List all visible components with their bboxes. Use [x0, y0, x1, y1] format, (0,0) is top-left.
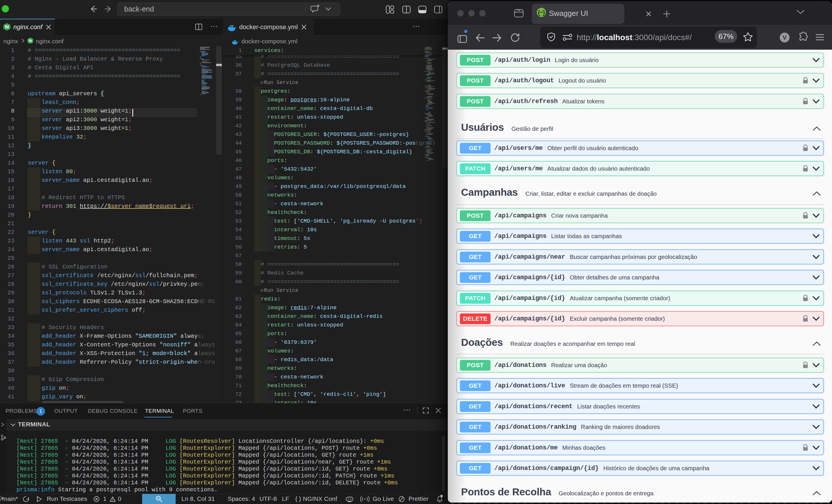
svg-text:{: {: [537, 10, 541, 17]
svg-text:}: }: [542, 10, 546, 17]
